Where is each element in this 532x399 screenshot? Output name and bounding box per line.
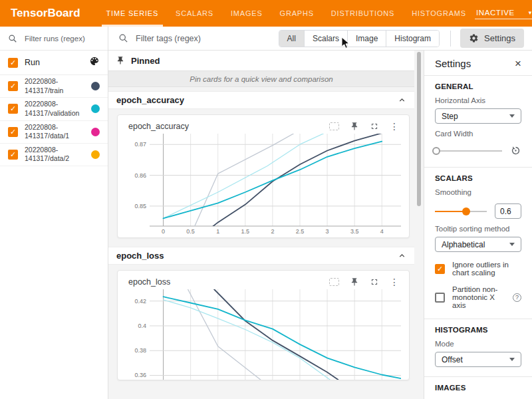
histogram-mode-select[interactable]: Offset xyxy=(435,352,521,367)
reset-icon[interactable] xyxy=(510,145,521,156)
smoothing-value-input[interactable]: 0.6 xyxy=(495,203,521,219)
svg-text:1.5: 1.5 xyxy=(241,228,250,235)
svg-text:0.38: 0.38 xyxy=(134,347,146,354)
settings-histograms-section: HISTOGRAMS Mode Offset xyxy=(424,319,532,376)
svg-text:0.86: 0.86 xyxy=(134,172,146,179)
smoothing-slider[interactable] xyxy=(435,207,487,215)
tab-histograms[interactable]: HISTOGRAMS xyxy=(403,0,475,27)
settings-panel: Settings × GENERAL Horizontal Axis Step … xyxy=(424,51,532,399)
tag-type-filter-group: AllScalarsImageHistogram xyxy=(279,30,440,47)
run-row[interactable]: 20220808-141317/data/1 xyxy=(0,121,108,144)
ignore-outliers-checkbox-row[interactable]: Ignore outliers in chart scaling xyxy=(435,261,521,277)
toolbar-divider xyxy=(450,31,451,47)
pin-hint-banner: Pin cards for a quick view and compariso… xyxy=(108,70,414,87)
runs-header-label: Run xyxy=(25,58,40,67)
close-icon[interactable]: × xyxy=(515,58,521,69)
filter-button-histogram[interactable]: Histogram xyxy=(386,31,439,47)
run-status-select[interactable]: INACTIVE ▾ xyxy=(475,7,532,19)
tab-distributions[interactable]: DISTRIBUTIONS xyxy=(323,0,403,27)
scalar-card-epoch-loss: epoch_loss ⋮ 0.360.380.40.42 xyxy=(117,270,410,380)
svg-text:0.87: 0.87 xyxy=(134,141,146,148)
run-row[interactable]: 20220808-141317/validation xyxy=(0,98,108,120)
svg-text:2.5: 2.5 xyxy=(296,228,305,235)
run-name: 20220808-141317/validation xyxy=(25,100,79,118)
run-row[interactable]: 20220808-141317/train xyxy=(0,75,108,98)
run-color-dot xyxy=(91,82,100,90)
chevron-up-icon xyxy=(398,96,406,104)
settings-button-label: Settings xyxy=(484,33,515,43)
palette-icon[interactable] xyxy=(89,56,100,69)
tab-scalars[interactable]: SCALARS xyxy=(167,0,222,27)
tags-toolbar: AllScalarsImageHistogram Settings xyxy=(108,27,532,51)
svg-text:0.42: 0.42 xyxy=(134,298,146,305)
main-scrollbar[interactable] xyxy=(417,52,421,206)
filter-runs-input[interactable] xyxy=(23,34,96,43)
section-header-epoch-accuracy[interactable]: epoch_accuracy xyxy=(108,91,414,109)
fullscreen-icon[interactable] xyxy=(370,277,379,287)
card-title: epoch_accuracy xyxy=(128,122,189,131)
epoch-loss-chart[interactable]: 0.360.380.40.42 xyxy=(123,287,404,380)
runs-sidebar: Run 20220808-141317/train20220808-141317… xyxy=(0,27,108,399)
filter-button-scalars[interactable]: Scalars xyxy=(304,31,347,47)
filter-button-all[interactable]: All xyxy=(279,31,304,47)
svg-text:1: 1 xyxy=(216,228,219,235)
svg-text:0.4: 0.4 xyxy=(138,323,146,329)
run-color-dot xyxy=(91,128,100,136)
fit-to-data-icon[interactable] xyxy=(329,278,339,286)
chevron-down-icon xyxy=(509,358,515,361)
more-options-icon[interactable]: ⋮ xyxy=(390,277,399,287)
tooltip-sort-select[interactable]: Alphabetical xyxy=(435,237,521,252)
tab-graphs[interactable]: GRAPHS xyxy=(271,0,323,27)
run-checkbox[interactable] xyxy=(8,104,18,114)
run-name: 20220808-141317/train xyxy=(25,77,63,95)
chevron-down-icon xyxy=(509,114,515,118)
chevron-up-icon xyxy=(398,251,406,260)
filter-tags-input[interactable] xyxy=(134,33,261,44)
settings-panel-title: Settings xyxy=(435,58,471,69)
tab-time-series[interactable]: TIME SERIES xyxy=(98,0,167,27)
tensorboard-app: TensorBoard TIME SERIESSCALARSIMAGESGRAP… xyxy=(0,0,532,399)
select-all-runs-checkbox[interactable] xyxy=(8,58,18,68)
run-checkbox[interactable] xyxy=(8,150,18,160)
partition-x-axis-checkbox-row[interactable]: Partition non-monotonic X axis ? xyxy=(435,285,521,309)
section-header-epoch-loss[interactable]: epoch_loss xyxy=(108,247,414,265)
app-header: TensorBoard TIME SERIESSCALARSIMAGESGRAP… xyxy=(0,0,532,27)
svg-text:3: 3 xyxy=(326,228,329,235)
fit-to-data-icon[interactable] xyxy=(329,122,339,130)
help-icon[interactable]: ? xyxy=(513,293,521,302)
run-row[interactable]: 20220808-141317/data/2 xyxy=(0,144,108,166)
filter-button-image[interactable]: Image xyxy=(347,31,386,47)
pin-icon xyxy=(116,56,125,65)
nav-tabs: TIME SERIESSCALARSIMAGESGRAPHSDISTRIBUTI… xyxy=(98,0,475,27)
ignore-outliers-checkbox[interactable] xyxy=(435,264,445,274)
tooltip-sort-label: Tooltip sorting method xyxy=(435,225,521,233)
svg-text:0: 0 xyxy=(162,228,165,235)
pinned-header: Pinned xyxy=(108,51,414,70)
settings-images-section: IMAGES Brightness Contrast xyxy=(424,377,532,399)
more-options-icon[interactable]: ⋮ xyxy=(390,122,399,131)
settings-button[interactable]: Settings xyxy=(460,29,524,48)
smoothing-label: Smoothing xyxy=(435,188,521,196)
svg-text:0.5: 0.5 xyxy=(186,228,195,235)
svg-text:0.85: 0.85 xyxy=(134,203,146,209)
epoch-accuracy-chart[interactable]: 0.850.860.8700.511.522.533.54 xyxy=(123,131,404,237)
svg-text:3.5: 3.5 xyxy=(350,228,359,235)
tab-images[interactable]: IMAGES xyxy=(222,0,271,27)
horizontal-axis-select[interactable]: Step xyxy=(435,108,521,124)
search-icon xyxy=(118,33,128,43)
run-checkbox[interactable] xyxy=(8,127,18,137)
svg-text:4: 4 xyxy=(380,228,384,235)
pin-icon[interactable] xyxy=(350,122,359,131)
histogram-mode-label: Mode xyxy=(435,340,521,348)
chevron-down-icon xyxy=(509,243,515,246)
run-color-dot xyxy=(91,104,100,113)
run-list: 20220808-141317/train20220808-141317/val… xyxy=(0,75,108,166)
fullscreen-icon[interactable] xyxy=(370,122,379,131)
run-checkbox[interactable] xyxy=(8,81,18,91)
pin-icon[interactable] xyxy=(350,277,359,287)
partition-x-axis-checkbox[interactable] xyxy=(435,293,445,303)
card-width-label: Card Width xyxy=(435,130,521,138)
app-logo: TensorBoard xyxy=(0,0,98,27)
main-content: Pinned Pin cards for a quick view and co… xyxy=(108,51,424,399)
card-width-slider[interactable] xyxy=(435,147,502,155)
